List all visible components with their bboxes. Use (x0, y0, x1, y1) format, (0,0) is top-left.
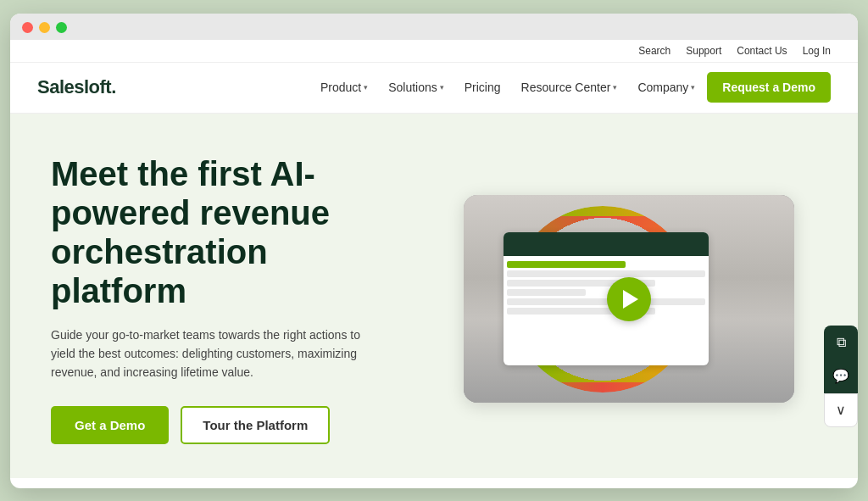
laptop-row-2 (507, 270, 705, 277)
nav-item-solutions[interactable]: Solutions ▾ (380, 74, 453, 101)
laptop-row-5 (507, 298, 705, 305)
request-demo-button[interactable]: Request a Demo (707, 72, 831, 103)
tour-platform-button[interactable]: Tour the Platform (181, 406, 330, 444)
laptop-screen-header (504, 232, 709, 256)
video-container[interactable] (464, 195, 794, 403)
traffic-lights (22, 22, 846, 40)
chevron-down-icon: ∨ (836, 402, 846, 418)
laptop-row-1 (507, 261, 626, 268)
browser-window: Search Support Contact Us Log In Saleslo… (10, 14, 858, 488)
utility-link-support[interactable]: Support (686, 45, 721, 57)
hero-content: Meet the first AI-powered revenue orches… (51, 154, 407, 444)
chevron-down-icon: ▾ (364, 83, 368, 92)
chevron-down-icon: ▾ (613, 83, 617, 92)
utility-link-search[interactable]: Search (638, 45, 670, 57)
hero-buttons: Get a Demo Tour the Platform (51, 406, 407, 444)
laptop-row-4 (507, 289, 587, 296)
traffic-light-maximize[interactable] (56, 22, 67, 33)
copy-action-button[interactable]: ⧉ (824, 326, 858, 359)
utility-link-contact[interactable]: Contact Us (737, 45, 787, 57)
chevron-down-icon: ▾ (691, 83, 695, 92)
laptop-screen-rows (504, 258, 709, 320)
play-button[interactable] (607, 277, 651, 321)
utility-link-login[interactable]: Log In (803, 45, 831, 57)
copy-icon: ⧉ (837, 335, 846, 350)
side-actions: ⧉ 💬 ∨ (824, 326, 858, 427)
laptop-simulation (504, 232, 709, 365)
nav-item-pricing[interactable]: Pricing (456, 74, 509, 101)
main-nav: Salesloft. Product ▾ Solutions ▾ Pricing… (10, 63, 858, 114)
traffic-light-minimize[interactable] (39, 22, 50, 33)
hero-section: Meet the first AI-powered revenue orches… (10, 114, 858, 478)
chat-action-button[interactable]: 💬 (824, 359, 858, 393)
logo: Salesloft. (37, 76, 116, 98)
get-demo-button[interactable]: Get a Demo (51, 406, 169, 444)
browser-chrome (10, 14, 858, 40)
nav-links: Product ▾ Solutions ▾ Pricing Resource C… (312, 72, 831, 103)
traffic-light-close[interactable] (22, 22, 33, 33)
hero-visual (441, 195, 817, 403)
hero-subtitle: Guide your go-to-market teams towards th… (51, 326, 381, 382)
chevron-down-icon: ▾ (440, 83, 444, 92)
utility-bar: Search Support Contact Us Log In (10, 40, 858, 63)
hero-title: Meet the first AI-powered revenue orches… (51, 154, 407, 310)
video-background (464, 195, 794, 403)
nav-item-company[interactable]: Company ▾ (629, 74, 704, 101)
chat-icon: 💬 (832, 368, 849, 384)
scroll-down-button[interactable]: ∨ (824, 393, 858, 427)
nav-item-resource-center[interactable]: Resource Center ▾ (513, 74, 626, 101)
nav-item-product[interactable]: Product ▾ (312, 74, 376, 101)
